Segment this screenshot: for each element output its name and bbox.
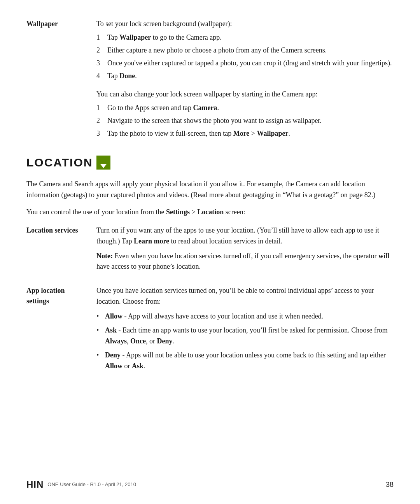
location-title: LOCATION [26, 154, 93, 171]
page: Wallpaper To set your lock screen backgr… [0, 0, 420, 504]
wallpaper-intro: To set your lock screen background (wall… [96, 19, 394, 29]
wallpaper-second-intro: You can also change your lock screen wal… [96, 89, 394, 100]
location-control-note: You can control the use of your location… [26, 207, 394, 217]
wallpaper-step-1: 1 Tap Wallpaper to go to the Camera app. [96, 32, 394, 43]
location-services-term: Location services [26, 225, 96, 276]
footer-info: ONE User Guide - R1.0 - April 21, 2010 [47, 481, 136, 488]
app-location-term: App locationsettings [26, 285, 96, 374]
wallpaper-step-2: 2 Either capture a new photo or choose a… [96, 45, 394, 56]
footer-logo: HIN ONE User Guide - R1.0 - April 21, 20… [26, 478, 136, 492]
location-icon [96, 156, 110, 170]
wallpaper-steps-list: 1 Tap Wallpaper to go to the Camera app.… [96, 32, 394, 81]
wallpaper-second-steps-list: 1 Go to the Apps screen and tap Camera. … [96, 103, 394, 139]
location-intro: The Camera and Search apps will apply yo… [26, 179, 394, 201]
wallpaper-second-step-1: 1 Go to the Apps screen and tap Camera. [96, 103, 394, 113]
wallpaper-content: To set your lock screen background (wall… [96, 19, 394, 141]
deny-bullet: • Deny - Apps will not be able to use yo… [96, 350, 394, 372]
wallpaper-second-step-2: 2 Navigate to the screen that shows the … [96, 116, 394, 126]
location-services-section: Location services Turn on if you want an… [26, 225, 394, 276]
wallpaper-section: Wallpaper To set your lock screen backgr… [26, 19, 394, 141]
location-services-para1: Turn on if you want any of the apps to u… [96, 225, 394, 247]
location-services-note: Note: Even when you have location servic… [96, 251, 394, 273]
wallpaper-term: Wallpaper [26, 19, 96, 141]
app-location-intro: Once you have location services turned o… [96, 285, 394, 307]
app-location-bullets: • Allow - App will always have access to… [96, 311, 394, 371]
allow-bullet: • Allow - App will always have access to… [96, 311, 394, 322]
wallpaper-step-3: 3 Once you've either captured or tapped … [96, 58, 394, 68]
wallpaper-second-block: You can also change your lock screen wal… [96, 89, 394, 139]
location-services-desc: Turn on if you want any of the apps to u… [96, 225, 394, 276]
wallpaper-step-4: 4 Tap Done. [96, 71, 394, 81]
app-location-section: App locationsettings Once you have locat… [26, 285, 394, 374]
wallpaper-second-step-3: 3 Tap the photo to view it full-screen, … [96, 128, 394, 139]
location-header: LOCATION [26, 154, 394, 171]
footer-page-number: 38 [386, 480, 394, 490]
app-location-desc: Once you have location services turned o… [96, 285, 394, 374]
footer: HIN ONE User Guide - R1.0 - April 21, 20… [0, 478, 420, 492]
hin-logo: HIN [26, 478, 44, 492]
ask-bullet: • Ask - Each time an app wants to use yo… [96, 325, 394, 347]
